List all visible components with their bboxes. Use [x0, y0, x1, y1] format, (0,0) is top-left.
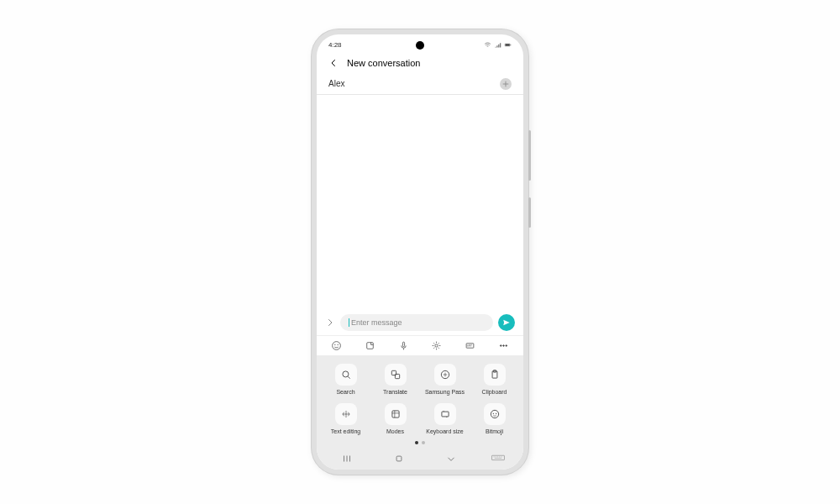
svg-point-13	[342, 371, 348, 377]
nav-recents[interactable]	[335, 453, 359, 465]
side-button-power	[528, 197, 531, 228]
recipient-row: Alex	[317, 73, 523, 95]
battery-icon	[504, 41, 512, 49]
keyboard-panel: Search Translate Samsung Pass Clipboard	[317, 355, 523, 448]
home-icon	[393, 453, 405, 465]
text-cursor	[349, 318, 349, 327]
panel-label: Bitmoji	[486, 428, 503, 434]
svg-point-22	[492, 413, 493, 414]
gif-icon	[465, 340, 475, 351]
voice-button[interactable]	[393, 339, 413, 354]
panel-item-modes[interactable]: Modes	[373, 403, 417, 434]
svg-rect-24	[396, 456, 402, 461]
svg-point-3	[333, 342, 341, 350]
recents-icon	[341, 453, 353, 465]
nav-back[interactable]	[439, 453, 463, 465]
sticker-button[interactable]	[360, 339, 380, 354]
page-title: New conversation	[347, 58, 420, 68]
nav-bar	[317, 448, 523, 470]
compose-row: Enter message	[317, 310, 523, 335]
svg-rect-19	[391, 411, 398, 417]
modes-icon	[390, 408, 402, 420]
nav-home[interactable]	[387, 453, 411, 465]
keyboard-collapse[interactable]	[491, 451, 505, 466]
panel-label: Search	[336, 389, 354, 395]
text-editing-icon	[340, 408, 352, 420]
translate-icon	[390, 369, 402, 381]
sticker-icon	[365, 340, 375, 351]
mic-icon	[398, 340, 409, 351]
status-time: 4:28	[328, 41, 342, 49]
gear-icon	[431, 340, 442, 351]
screen: 4:28 New conversation Alex	[317, 34, 523, 470]
clipboard-icon	[489, 369, 501, 381]
search-icon	[340, 369, 352, 381]
chevron-down-icon	[445, 453, 457, 465]
panel-grid: Search Translate Samsung Pass Clipboard	[323, 364, 517, 434]
conversation-body	[317, 95, 523, 310]
panel-item-samsung-pass[interactable]: Samsung Pass	[423, 364, 467, 395]
panel-label: Samsung Pass	[425, 389, 465, 395]
keyboard-collapse-icon	[491, 454, 505, 463]
gif-button[interactable]	[459, 339, 480, 354]
more-icon	[498, 340, 509, 351]
more-button[interactable]	[493, 339, 513, 354]
svg-point-11	[502, 345, 504, 347]
svg-point-10	[500, 345, 501, 347]
keyboard-toolbar	[317, 335, 523, 355]
settings-button[interactable]	[427, 339, 447, 354]
svg-point-4	[335, 344, 336, 345]
side-button-volume	[528, 130, 531, 181]
svg-rect-9	[466, 344, 474, 348]
message-input[interactable]: Enter message	[340, 314, 493, 331]
recipient-name: Alex	[328, 79, 344, 88]
pass-icon	[439, 369, 451, 381]
panel-label: Modes	[386, 428, 404, 434]
keyboard-size-icon	[439, 408, 451, 420]
svg-point-5	[338, 344, 339, 345]
status-icons	[484, 41, 512, 49]
svg-point-23	[496, 413, 496, 414]
phone-frame: 4:28 New conversation Alex	[312, 29, 528, 475]
svg-rect-25	[492, 455, 505, 459]
panel-label: Keyboard size	[426, 428, 463, 434]
panel-item-bitmoji[interactable]: Bitmoji	[472, 403, 517, 434]
panel-item-text-editing[interactable]: Text editing	[323, 403, 368, 434]
panel-item-keyboard-size[interactable]: Keyboard size	[423, 403, 467, 434]
svg-point-8	[435, 344, 438, 347]
svg-rect-20	[441, 412, 448, 417]
send-icon	[502, 318, 511, 327]
page-dot-active	[415, 441, 418, 444]
emoji-icon	[331, 340, 342, 351]
message-placeholder: Enter message	[351, 318, 402, 327]
page-dot	[422, 441, 425, 444]
panel-item-search[interactable]: Search	[323, 364, 368, 395]
svg-point-21	[491, 410, 498, 417]
back-icon[interactable]	[328, 58, 339, 68]
svg-point-12	[506, 345, 507, 347]
svg-rect-6	[367, 343, 374, 349]
panel-label: Text editing	[331, 428, 360, 434]
add-recipient-button[interactable]	[500, 78, 512, 90]
panel-item-translate[interactable]: Translate	[373, 364, 417, 395]
panel-item-clipboard[interactable]: Clipboard	[472, 364, 517, 395]
app-header: New conversation	[317, 53, 523, 73]
svg-rect-7	[402, 342, 404, 346]
send-button[interactable]	[498, 314, 515, 331]
bitmoji-icon	[489, 408, 501, 420]
signal-icon	[494, 41, 501, 49]
panel-label: Clipboard	[482, 389, 507, 395]
camera-hole	[416, 41, 424, 50]
page-indicator	[323, 441, 517, 444]
expand-compose-icon[interactable]	[325, 318, 335, 328]
wifi-icon	[484, 41, 491, 49]
plus-icon	[501, 80, 510, 88]
svg-rect-1	[506, 44, 510, 45]
svg-rect-2	[511, 45, 512, 46]
emoji-button[interactable]	[327, 339, 347, 354]
panel-label: Translate	[383, 389, 407, 395]
